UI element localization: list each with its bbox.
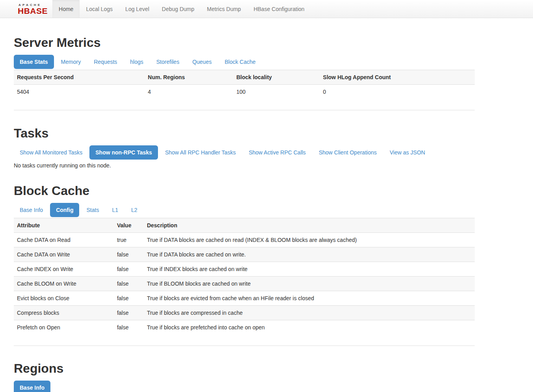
server-metrics-table: Requests Per SecondNum. RegionsBlock loc…	[14, 70, 475, 110]
column-header-num-regions: Num. Regions	[145, 70, 233, 85]
regions-title: Regions	[14, 362, 475, 375]
table-cell: Compress blocks	[14, 306, 114, 320]
table-cell: false	[114, 262, 144, 277]
block-cache-table: AttributeValueDescriptionCache DATA on R…	[14, 218, 475, 346]
server-metrics-title: Server Metrics	[14, 36, 475, 50]
tab-base-info[interactable]: Base Info	[14, 203, 49, 217]
tab-l1[interactable]: L1	[106, 203, 124, 217]
table-cell: True if DATA blocks are cached on read (…	[144, 233, 475, 247]
table-cell: 100	[233, 85, 320, 110]
hbase-logo[interactable]: APACHE HBASE	[18, 0, 48, 18]
tab-requests[interactable]: Requests	[88, 55, 123, 69]
logo-hbase-text: HBASE	[18, 7, 48, 15]
tab-l2[interactable]: L2	[125, 203, 143, 217]
tab-base-info[interactable]: Base Info	[14, 381, 50, 392]
table-row: Cache DATA on ReadtrueTrue if DATA block…	[14, 233, 475, 247]
table-cell: Cache BLOOM on Write	[14, 277, 114, 291]
table-row: Cache BLOOM on WritefalseTrue if BLOOM b…	[14, 277, 475, 291]
tab-block-cache[interactable]: Block Cache	[219, 55, 262, 69]
table-row: 540441000	[14, 85, 475, 110]
table-cell: 5404	[14, 85, 145, 110]
table-cell: True if DATA blocks are cached on write.	[144, 247, 475, 262]
regions-tabs: Base Info	[14, 381, 475, 392]
table-cell: Evict blocks on Close	[14, 291, 114, 306]
block-cache-title: Block Cache	[14, 184, 475, 198]
tab-show-all-monitored-tasks[interactable]: Show All Monitored Tasks	[14, 145, 88, 160]
navbar-item-local-logs[interactable]: Local Logs	[80, 0, 119, 18]
tab-hlogs[interactable]: hlogs	[124, 55, 149, 69]
regions-section: Regions Base Info	[14, 362, 475, 392]
table-cell: 4	[145, 85, 233, 110]
table-row: Cache INDEX on WritefalseTrue if INDEX b…	[14, 262, 475, 277]
table-cell: Cache DATA on Read	[14, 233, 114, 247]
navbar-item-home[interactable]: Home	[52, 0, 80, 18]
table-cell: 0	[320, 85, 475, 110]
navbar-item-hbase-configuration[interactable]: HBase Configuration	[247, 0, 311, 18]
navbar-item-metrics-dump[interactable]: Metrics Dump	[201, 0, 247, 18]
tasks-empty-message: No tasks currently running on this node.	[14, 162, 475, 169]
tab-base-stats[interactable]: Base Stats	[14, 55, 54, 69]
table-row: Evict blocks on ClosefalseTrue if blocks…	[14, 291, 475, 306]
top-navbar: APACHE HBASE HomeLocal LogsLog LevelDebu…	[0, 0, 533, 18]
table-cell: True if blocks are evicted from cache wh…	[144, 291, 475, 306]
table-cell: true	[114, 233, 144, 247]
table-cell: false	[114, 320, 144, 346]
tab-show-non-rpc-tasks[interactable]: Show non-RPC Tasks	[89, 145, 158, 160]
tasks-title: Tasks	[14, 126, 475, 140]
table-row: Prefetch on OpenfalseTrue if blocks are …	[14, 320, 475, 346]
table-cell: True if blocks are prefetched into cache…	[144, 320, 475, 346]
tab-storefiles[interactable]: Storefiles	[150, 55, 185, 69]
tab-memory[interactable]: Memory	[55, 55, 87, 69]
table-cell: Prefetch on Open	[14, 320, 114, 346]
navbar-item-log-level[interactable]: Log Level	[119, 0, 156, 18]
table-cell: Cache DATA on Write	[14, 247, 114, 262]
table-row: Cache DATA on WritefalseTrue if DATA blo…	[14, 247, 475, 262]
column-header-requests-per-second: Requests Per Second	[14, 70, 145, 85]
table-cell: True if BLOOM blocks are cached on write	[144, 277, 475, 291]
tasks-tabs: Show All Monitored TasksShow non-RPC Tas…	[14, 145, 475, 160]
tab-config[interactable]: Config	[50, 203, 79, 217]
server-metrics-section: Server Metrics Base StatsMemoryRequestsh…	[14, 36, 475, 110]
table-cell: True if blocks are compressed in cache	[144, 306, 475, 320]
table-cell: false	[114, 306, 144, 320]
table-cell: false	[114, 277, 144, 291]
block-cache-tabs: Base InfoConfigStatsL1L2	[14, 203, 475, 217]
column-header-block-locality: Block locality	[233, 70, 320, 85]
table-row: Compress blocksfalseTrue if blocks are c…	[14, 306, 475, 320]
table-cell: True if INDEX blocks are cached on write	[144, 262, 475, 277]
tasks-section: Tasks Show All Monitored TasksShow non-R…	[14, 126, 475, 169]
tab-show-all-rpc-handler-tasks[interactable]: Show All RPC Handler Tasks	[159, 145, 241, 160]
navbar-menu: HomeLocal LogsLog LevelDebug DumpMetrics…	[52, 0, 311, 18]
column-header-value: Value	[114, 218, 144, 233]
table-cell: false	[114, 291, 144, 306]
table-header-row: AttributeValueDescription	[14, 218, 475, 233]
navbar-item-debug-dump[interactable]: Debug Dump	[156, 0, 201, 18]
page-content: Server Metrics Base StatsMemoryRequestsh…	[14, 18, 475, 392]
tab-queues[interactable]: Queues	[186, 55, 217, 69]
column-header-description: Description	[144, 218, 475, 233]
column-header-attribute: Attribute	[14, 218, 114, 233]
tab-show-active-rpc-calls[interactable]: Show Active RPC Calls	[243, 145, 312, 160]
table-header-row: Requests Per SecondNum. RegionsBlock loc…	[14, 70, 475, 85]
server-metrics-tabs: Base StatsMemoryRequestshlogsStorefilesQ…	[14, 55, 475, 69]
table-cell: false	[114, 247, 144, 262]
table-cell: Cache INDEX on Write	[14, 262, 114, 277]
block-cache-section: Block Cache Base InfoConfigStatsL1L2 Att…	[14, 184, 475, 346]
tab-view-as-json[interactable]: View as JSON	[384, 145, 431, 160]
tab-show-client-operations[interactable]: Show Client Operations	[313, 145, 383, 160]
column-header-slow-hlog-append-count: Slow HLog Append Count	[320, 70, 475, 85]
tab-stats[interactable]: Stats	[80, 203, 105, 217]
